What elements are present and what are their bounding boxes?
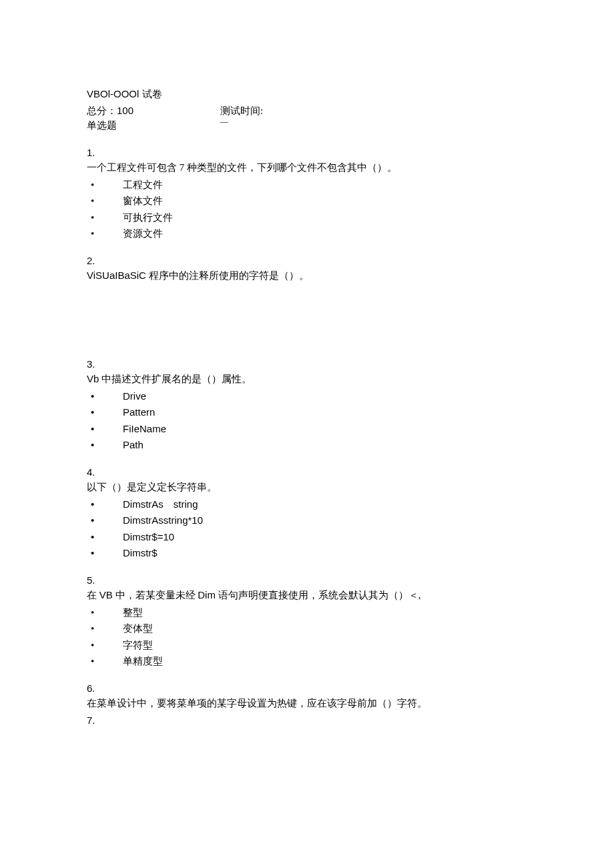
question-block: 2. ViSUaIBaSiC 程序中的注释所使用的字符是（）。 <box>87 254 527 284</box>
question-number: 5. <box>87 573 527 588</box>
question-block: 6. 在菜单设计中，要将菜单项的某字母设置为热键，应在该字母前加（）字符。 <box>87 681 527 711</box>
options-list: 工程文件 窗体文件 可执行文件 资源文件 <box>87 177 527 242</box>
question-number: 1. <box>87 145 527 161</box>
option-item: FiIeName <box>91 422 527 437</box>
option-item: DimstrAsstring*10 <box>91 513 527 528</box>
exam-title: VBOl-OOOl 试卷 <box>87 87 527 102</box>
option-item: Path <box>91 438 527 453</box>
question-block: 5. 在 VB 中，若某变量未经 Dim 语句声明便直接使用，系统会默认其为（）… <box>87 573 527 669</box>
section-label: 单选题 <box>87 118 527 133</box>
option-item: Dimstr$ <box>91 546 527 561</box>
option-item: Drive <box>91 389 527 404</box>
question-block: 3. Vb 中描述文件扩展名的是（）属性。 Drive Pattern FiIe… <box>87 357 527 453</box>
question-text: 一个工程文件可包含 7 种类型的文件，下列哪个文件不包含其中（）。 <box>87 160 527 175</box>
option-item: DimstrAs string <box>91 497 527 512</box>
option-item: 窗体文件 <box>91 193 527 209</box>
option-item: Dimstr$=10 <box>91 530 527 545</box>
document-page: VBOl-OOOl 试卷 总分：100 测试时间: — 单选题 1. 一个工程文… <box>0 0 614 868</box>
option-item: 资源文件 <box>91 226 527 242</box>
option-item: 单精度型 <box>91 654 527 669</box>
question-number: 3. <box>87 357 527 372</box>
question-block: 4. 以下（）是定义定长字符串。 DimstrAs string DimstrA… <box>87 465 527 561</box>
question-number: 7. <box>87 713 527 729</box>
question-text: 在 VB 中，若某变量未经 Dim 语句声明便直接使用，系统会默认其为（）＜, <box>87 588 527 603</box>
options-list: DimstrAs string DimstrAsstring*10 Dimstr… <box>87 497 527 561</box>
option-item: Pattern <box>91 405 527 420</box>
question-text: ViSUaIBaSiC 程序中的注释所使用的字符是（）。 <box>87 268 527 284</box>
question-text: 在菜单设计中，要将菜单项的某字母设置为热键，应在该字母前加（）字符。 <box>87 696 527 711</box>
option-item: 工程文件 <box>91 177 527 193</box>
option-item: 整型 <box>91 605 527 620</box>
options-list: 整型 变体型 字符型 单精度型 <box>87 605 527 669</box>
question-block: 7. <box>87 713 527 729</box>
question-number: 2. <box>87 254 527 269</box>
time-dash: — <box>220 115 228 127</box>
option-item: 变体型 <box>91 621 527 636</box>
score-label: 总分： <box>87 105 117 116</box>
time-label: 测试时间: <box>220 105 263 116</box>
exam-meta-row: 总分：100 测试时间: — <box>87 103 527 119</box>
options-list: Drive Pattern FiIeName Path <box>87 389 527 453</box>
option-item: 字符型 <box>91 638 527 653</box>
option-item: 可执行文件 <box>91 210 527 226</box>
question-block: 1. 一个工程文件可包含 7 种类型的文件，下列哪个文件不包含其中（）。 工程文… <box>87 145 527 242</box>
question-text: Vb 中描述文件扩展名的是（）属性。 <box>87 372 527 387</box>
score-value: 100 <box>117 105 133 116</box>
question-text: 以下（）是定义定长字符串。 <box>87 480 527 495</box>
question-number: 6. <box>87 681 527 697</box>
question-number: 4. <box>87 465 527 480</box>
